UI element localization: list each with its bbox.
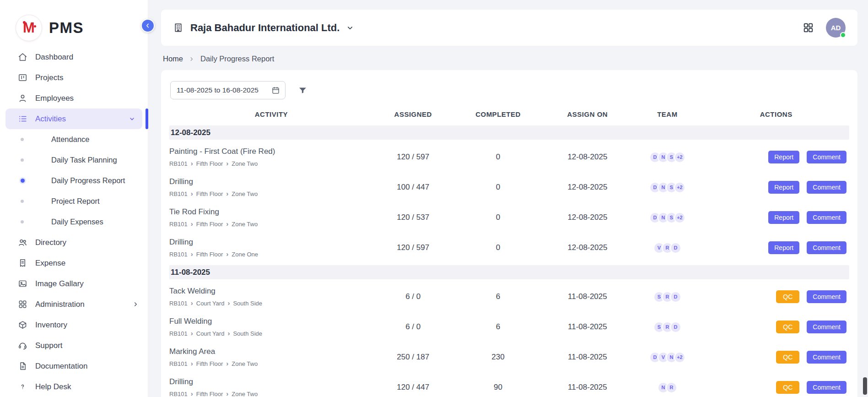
- sidebar-item-label: Projects: [35, 73, 63, 82]
- activity-name[interactable]: Drilling: [169, 238, 369, 247]
- filter-icon[interactable]: [298, 86, 307, 95]
- chevron-down-icon[interactable]: [346, 24, 354, 32]
- sidebar-subitem-daily-progress-report[interactable]: Daily Progress Report: [0, 170, 148, 191]
- report-card: 11-08-2025 to 16-08-2025 ACTIVITY ASSIGN…: [161, 70, 857, 397]
- table-row: Drilling RB101 Fifth Floor Zone Two 120 …: [169, 372, 849, 397]
- sidebar-item-directory[interactable]: Directory: [0, 232, 148, 253]
- chevron-right-icon: [227, 300, 230, 307]
- report-button[interactable]: Report: [768, 241, 799, 254]
- sidebar-item-label: Activities: [35, 114, 66, 124]
- report-button[interactable]: Report: [768, 211, 799, 224]
- team-avatars[interactable]: V R D: [631, 242, 703, 254]
- sidebar-subitem-daily-expenses[interactable]: Daily Expenses: [0, 212, 148, 232]
- activity-name[interactable]: Tack Welding: [169, 287, 369, 296]
- activity-name[interactable]: Painting - First Coat (Fire Red): [169, 147, 369, 156]
- top-header-bar: Raja Bahadur International Ltd. AD: [161, 10, 857, 46]
- team-avatar: D: [670, 321, 681, 333]
- qc-button[interactable]: QC: [776, 381, 799, 394]
- apps-grid-icon[interactable]: [803, 22, 814, 33]
- team-avatar: D: [670, 242, 681, 254]
- sidebar-item-projects[interactable]: Projects: [0, 67, 148, 88]
- assign-on-date: 11-08-2025: [543, 292, 631, 301]
- comment-button[interactable]: Comment: [807, 381, 846, 394]
- comment-button[interactable]: Comment: [807, 151, 846, 163]
- chevron-right-icon: [191, 391, 193, 397]
- team-avatars[interactable]: D N S +2: [631, 152, 703, 163]
- path-segment: Zone Two: [232, 160, 258, 167]
- comment-button[interactable]: Comment: [807, 211, 846, 224]
- comment-button[interactable]: Comment: [807, 241, 846, 254]
- chevron-right-icon: [132, 300, 140, 308]
- inventory-icon: [17, 320, 27, 330]
- team-avatars[interactable]: D N S +2: [631, 212, 703, 223]
- sidebar-item-label: Dashboard: [35, 53, 73, 62]
- chevron-right-icon: [226, 221, 228, 228]
- vertical-scrollbar-thumb[interactable]: [863, 377, 867, 395]
- logo-icon: M: [16, 15, 42, 41]
- logo[interactable]: M PMS: [0, 0, 148, 47]
- comment-button[interactable]: Comment: [807, 351, 846, 364]
- activity-name[interactable]: Marking Area: [169, 347, 369, 356]
- table-row: Marking Area RB101 Fifth Floor Zone Two …: [169, 342, 849, 372]
- sidebar-item-administration[interactable]: Administration: [0, 294, 148, 315]
- sidebar-item-dashboard[interactable]: Dashboard: [0, 47, 148, 67]
- bullet-dot-icon: [21, 158, 24, 162]
- table-row: Full Welding RB101 Court Yard South Side…: [169, 312, 849, 342]
- company-name[interactable]: Raja Bahadur International Ltd.: [190, 22, 340, 34]
- comment-button[interactable]: Comment: [807, 290, 846, 303]
- completed-value: 230: [453, 353, 544, 362]
- qc-button[interactable]: QC: [776, 321, 799, 333]
- activity-location-path: RB101 Fifth Floor Zone Two: [169, 160, 369, 167]
- sidebar-item-label: Support: [35, 341, 63, 350]
- activity-name[interactable]: Full Welding: [169, 317, 369, 326]
- breadcrumb-home[interactable]: Home: [163, 54, 183, 63]
- sidebar-item-inventory[interactable]: Inventory: [0, 315, 148, 335]
- comment-button[interactable]: Comment: [807, 321, 846, 333]
- activity-name[interactable]: Drilling: [169, 177, 369, 186]
- activity-location-path: RB101 Fifth Floor Zone Two: [169, 360, 369, 367]
- team-avatars[interactable]: N R: [631, 382, 703, 393]
- bullet-dot-icon: [21, 138, 24, 141]
- team-avatars[interactable]: S R D: [631, 291, 703, 303]
- filter-row: 11-08-2025 to 16-08-2025: [169, 81, 849, 99]
- assign-on-date: 12-08-2025: [543, 213, 631, 222]
- comment-button[interactable]: Comment: [807, 181, 846, 194]
- assign-on-date: 11-08-2025: [543, 322, 631, 332]
- path-segment: Fifth Floor: [196, 251, 223, 258]
- activity-name[interactable]: Tie Rod Fixing: [169, 207, 369, 217]
- sidebar-item-documentation[interactable]: Documentation: [0, 356, 148, 376]
- path-segment: South Side: [233, 330, 262, 337]
- report-button[interactable]: Report: [768, 181, 799, 194]
- sidebar-item-help-desk[interactable]: Help Desk: [0, 376, 148, 397]
- document-icon: [17, 361, 27, 371]
- activities-submenu: Attendance Daily Task Planning Daily Pro…: [0, 129, 148, 232]
- team-avatars[interactable]: D V N +2: [631, 352, 703, 363]
- sidebar-item-support[interactable]: Support: [0, 335, 148, 356]
- table-row: Tie Rod Fixing RB101 Fifth Floor Zone Tw…: [169, 202, 849, 233]
- chevron-right-icon: [226, 251, 228, 258]
- sidebar-subitem-daily-task-planning[interactable]: Daily Task Planning: [0, 150, 148, 170]
- sidebar-item-expense[interactable]: Expense: [0, 253, 148, 273]
- sidebar-subitem-label: Project Report: [51, 197, 99, 206]
- team-avatars[interactable]: D N S +2: [631, 182, 703, 193]
- sidebar-item-label: Employees: [35, 94, 74, 103]
- activity-name[interactable]: Drilling: [169, 377, 369, 386]
- question-mark-icon: [17, 382, 27, 392]
- qc-button[interactable]: QC: [776, 351, 799, 364]
- qc-button[interactable]: QC: [776, 290, 799, 303]
- sidebar-subitem-attendance[interactable]: Attendance: [0, 129, 148, 150]
- user-avatar[interactable]: AD: [826, 18, 846, 38]
- sidebar-item-employees[interactable]: Employees: [0, 88, 148, 109]
- team-avatars[interactable]: S R D: [631, 321, 703, 333]
- sidebar-item-image-gallary[interactable]: Image Gallary: [0, 273, 148, 294]
- completed-value: 90: [453, 383, 544, 392]
- sidebar-collapse-button[interactable]: [141, 19, 155, 33]
- sidebar-item-label: Directory: [35, 238, 66, 247]
- sidebar-subitem-project-report[interactable]: Project Report: [0, 191, 148, 212]
- path-segment: RB101: [169, 251, 188, 258]
- sidebar-subitem-label: Daily Progress Report: [51, 176, 125, 185]
- date-range-input[interactable]: 11-08-2025 to 16-08-2025: [170, 81, 286, 99]
- sidebar-item-activities[interactable]: Activities: [5, 109, 142, 129]
- report-button[interactable]: Report: [768, 151, 799, 163]
- sidebar-item-label: Inventory: [35, 321, 67, 330]
